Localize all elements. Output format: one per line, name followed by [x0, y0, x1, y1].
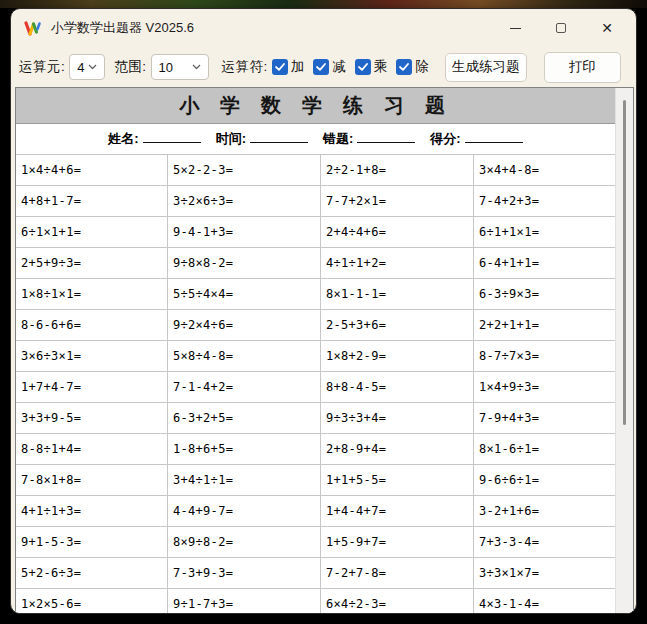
checkbox-checked-icon[interactable] [313, 59, 329, 75]
problem-cell: 9÷3÷3+4= [321, 403, 474, 434]
problem-cell: 8-7÷7×3= [474, 341, 615, 372]
problem-cell: 8×9÷8-2= [168, 527, 321, 558]
problem-cell: 9-4-1+3= [168, 217, 321, 248]
problem-cell: 7+3-3-4= [474, 527, 615, 558]
operators-label: 运算符: [222, 58, 268, 76]
checkbox-checked-icon[interactable] [355, 59, 371, 75]
maximize-button[interactable] [538, 9, 584, 47]
minimize-button[interactable] [492, 9, 538, 47]
problem-cell: 1+7+4-7= [16, 372, 168, 403]
problem-cell: 2+5+9÷3= [16, 248, 168, 279]
worksheet-field: 姓名: [108, 130, 215, 148]
problem-cell: 9-6÷6÷1= [474, 465, 615, 496]
titlebar: 小学数学出题器 V2025.6 ✕ [11, 9, 636, 47]
window-title: 小学数学出题器 V2025.6 [51, 19, 194, 37]
problem-cell: 8×1-1-1= [321, 279, 474, 310]
worksheet-field: 错题: [323, 130, 430, 148]
problem-cell: 4-4+9-7= [168, 496, 321, 527]
app-logo-icon [24, 19, 42, 37]
scrollbar-thumb[interactable] [623, 100, 626, 425]
operator-checkbox-item[interactable]: 乘 [355, 58, 388, 76]
operators-group: 加减乘除 [272, 58, 438, 76]
worksheet-field-blank [357, 130, 415, 143]
print-button[interactable]: 打印 [544, 52, 621, 83]
operator-label: 减 [332, 58, 346, 76]
operand-label: 运算元: [19, 58, 65, 76]
wallpaper-strip [0, 0, 647, 8]
problem-cell: 9÷2×4÷6= [168, 310, 321, 341]
problem-cell: 6÷1+1×1= [474, 217, 615, 248]
worksheet-field-label: 时间: [216, 131, 246, 146]
operand-value: 4 [77, 60, 84, 75]
problem-cell: 1×8÷1×1= [16, 279, 168, 310]
problem-cell: 3÷3×1×7= [474, 558, 615, 589]
problem-cell: 6×4÷2-3= [321, 589, 474, 614]
worksheet-panel: 小 学 数 学 练 习 题 姓名:时间:错题:得分: 1×4÷4+6=5×2-2… [15, 87, 634, 614]
problem-cell: 1+1+5-5= [321, 465, 474, 496]
problem-cell: 9÷8×8-2= [168, 248, 321, 279]
problem-cell: 7-8×1+8= [16, 465, 168, 496]
operator-checkbox-item[interactable]: 减 [313, 58, 346, 76]
problem-cell: 6-3÷9×3= [474, 279, 615, 310]
problem-cell: 3-2+1+6= [474, 496, 615, 527]
problem-cell: 7-1-4+2= [168, 372, 321, 403]
generate-button[interactable]: 生成练习题 [445, 53, 527, 82]
problem-cell: 3÷2×6÷3= [168, 186, 321, 217]
problem-cell: 8×1-6÷1= [474, 434, 615, 465]
problem-cell: 9+1-5-3= [16, 527, 168, 558]
worksheet-field-blank [465, 130, 523, 143]
problem-cell: 3+4÷1÷1= [168, 465, 321, 496]
problem-cell: 7-2+7-8= [321, 558, 474, 589]
worksheet-title: 小 学 数 学 练 习 题 [179, 92, 452, 119]
operator-checkbox-item[interactable]: 除 [396, 58, 429, 76]
app-window: 小学数学出题器 V2025.6 ✕ 运算元: 4 范 [10, 8, 637, 614]
problem-cell: 1+5-9+7= [321, 527, 474, 558]
operand-select[interactable]: 4 [69, 54, 105, 80]
problem-cell: 1×8+2-9= [321, 341, 474, 372]
worksheet-field-blank [143, 130, 201, 143]
problem-cell: 5×8÷4-8= [168, 341, 321, 372]
operator-label: 乘 [374, 58, 388, 76]
worksheet-field-label: 得分: [430, 131, 460, 146]
problem-cell: 9÷1-7+3= [168, 589, 321, 614]
problem-cell: 7-9+4+3= [474, 403, 615, 434]
problem-cell: 2+4÷4+6= [321, 217, 474, 248]
problem-cell: 3×6÷3×1= [16, 341, 168, 372]
problem-cell: 6-3+2+5= [168, 403, 321, 434]
close-button[interactable]: ✕ [584, 9, 630, 47]
vertical-scrollbar[interactable] [615, 88, 633, 614]
minimize-icon [510, 28, 521, 29]
problem-cell: 1+4-4+7= [321, 496, 474, 527]
worksheet-field-label: 错题: [323, 131, 353, 146]
problem-cell: 5÷5÷4×4= [168, 279, 321, 310]
range-select[interactable]: 10 [151, 54, 209, 80]
chevron-down-icon [192, 64, 201, 70]
operator-label: 除 [415, 58, 429, 76]
problem-cell: 8-6-6+6= [16, 310, 168, 341]
problem-cell: 6-4+1+1= [474, 248, 615, 279]
problem-cell: 8+8-4-5= [321, 372, 474, 403]
problem-cell: 4+8+1-7= [16, 186, 168, 217]
problem-cell: 4÷1÷1+2= [321, 248, 474, 279]
chevron-down-icon [88, 64, 97, 70]
checkbox-checked-icon[interactable] [396, 59, 412, 75]
problem-cell: 6÷1×1+1= [16, 217, 168, 248]
maximize-icon [556, 23, 566, 33]
problem-cell: 1×4+9÷3= [474, 372, 615, 403]
problem-cell: 7-4+2+3= [474, 186, 615, 217]
problem-cell: 5×2-2-3= [168, 155, 321, 186]
operator-checkbox-item[interactable]: 加 [272, 58, 305, 76]
worksheet-title-band: 小 学 数 学 练 习 题 [16, 88, 615, 124]
worksheet-field-label: 姓名: [108, 131, 138, 146]
problem-cell: 4×3-1-4= [474, 589, 615, 614]
problem-cell: 2÷2-1+8= [321, 155, 474, 186]
problems-grid: 1×4÷4+6=5×2-2-3=2÷2-1+8=3×4+4-8=4+8+1-7=… [16, 154, 615, 614]
operator-label: 加 [291, 58, 305, 76]
checkbox-checked-icon[interactable] [272, 59, 288, 75]
problem-cell: 2+2+1+1= [474, 310, 615, 341]
problem-cell: 7-3+9-3= [168, 558, 321, 589]
worksheet-field: 时间: [216, 130, 323, 148]
problem-cell: 1×4÷4+6= [16, 155, 168, 186]
problem-cell: 1×2×5-6= [16, 589, 168, 614]
problem-cell: 3×4+4-8= [474, 155, 615, 186]
